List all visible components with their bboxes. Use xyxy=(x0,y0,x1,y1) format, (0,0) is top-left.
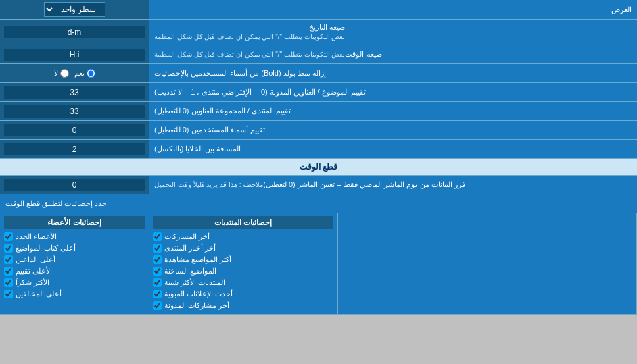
stats-members-item-1: الأعضاء الجدد xyxy=(4,231,145,242)
bold-no-radio[interactable] xyxy=(60,69,69,78)
cb-hot-topics[interactable] xyxy=(153,267,162,276)
forum-order-row: تقييم المنتدى / المجموعة العناوين (0 للت… xyxy=(0,102,637,121)
cb-most-thanked[interactable] xyxy=(4,278,13,287)
cb-last-blog-posts[interactable] xyxy=(153,301,162,310)
forum-order-input-wrapper[interactable] xyxy=(0,102,149,120)
topic-order-input-wrapper[interactable] xyxy=(0,83,149,101)
stats-columns: إحصائيات المنتديات أخر المشاركات أخر أخب… xyxy=(0,213,637,315)
users-order-label: تقييم أسماء المستخدمين (0 للتعطيل) xyxy=(149,121,637,139)
stats-members-item-2: أعلى كتاب المواضيع xyxy=(4,242,145,254)
cell-distance-input-wrapper[interactable] xyxy=(0,140,149,158)
users-order-input-wrapper[interactable] xyxy=(0,121,149,139)
stats-forums-item-3: أكثر المواضيع مشاهدة xyxy=(153,254,333,265)
cb-last-news[interactable] xyxy=(153,244,162,253)
stats-apply-label: حدد إحصائيات لتطبيق قطع الوقت xyxy=(0,194,637,213)
stats-members-item-4: الأعلى تقييم xyxy=(4,265,145,277)
stats-members-header: إحصائيات الأعضاء xyxy=(4,216,145,229)
stats-apply-text: حدد إحصائيات لتطبيق قطع الوقت xyxy=(5,199,107,208)
date-format-input-wrapper[interactable] xyxy=(0,20,149,45)
time-format-input[interactable] xyxy=(4,49,145,61)
cb-top-posters[interactable] xyxy=(4,244,13,253)
topic-order-label: تقييم الموضوع / العناوين المدونة (0 -- ا… xyxy=(149,83,637,101)
bold-remove-label: إزالة نمط بولد (Bold) من أسماء المستخدمي… xyxy=(149,64,637,82)
time-format-sub: بعض التكوينات يتطلب "/" التي يمكن ان تضا… xyxy=(154,50,345,59)
date-format-sub: بعض التكوينات يتطلب "/" التي يمكن ان تضا… xyxy=(154,32,345,42)
cb-top-violators[interactable] xyxy=(4,290,13,298)
bold-no-label[interactable]: لا xyxy=(54,69,69,78)
cutoff-input[interactable] xyxy=(4,179,145,191)
time-format-row: صيغة الوقتبعض التكوينات يتطلب "/" التي ي… xyxy=(0,45,637,64)
cell-distance-row: المسافة بين الخلايا (بالبكسل) xyxy=(0,140,637,159)
cutoff-sublabel: ملاحظة : هذا قد يزيد قليلاً وقت التحميل xyxy=(154,180,263,190)
stats-apply-row: حدد إحصائيات لتطبيق قطع الوقت xyxy=(0,194,637,213)
cb-new-members[interactable] xyxy=(4,232,13,241)
cutoff-label: فرز البيانات من يوم الماشر الماضي فقط --… xyxy=(149,176,637,194)
topic-order-input[interactable] xyxy=(4,86,145,99)
stats-forums-item-7: أخر مشاركات المدونة xyxy=(153,300,333,311)
cell-distance-input[interactable] xyxy=(4,143,145,155)
cell-distance-label: المسافة بين الخلايا (بالبكسل) xyxy=(149,140,637,158)
date-format-input[interactable] xyxy=(4,26,145,38)
time-format-label: صيغة الوقتبعض التكوينات يتطلب "/" التي ي… xyxy=(149,45,637,63)
stats-forums-item-5: المنتديات الأكثر شبية xyxy=(153,277,333,288)
stats-members-item-3: أعلى الداعين xyxy=(4,254,145,265)
bold-radio-group: نعم لا xyxy=(54,69,95,78)
topic-order-row: تقييم الموضوع / العناوين المدونة (0 -- ا… xyxy=(0,83,637,102)
bold-remove-radio-wrapper: نعم لا xyxy=(0,64,149,82)
users-order-row: تقييم أسماء المستخدمين (0 للتعطيل) xyxy=(0,121,637,140)
stats-col-members: إحصائيات الأعضاء الأعضاء الجدد أعلى كتاب… xyxy=(0,213,149,314)
users-order-input[interactable] xyxy=(4,124,145,136)
stats-forums-header: إحصائيات المنتديات xyxy=(153,216,333,229)
cb-last-posts[interactable] xyxy=(153,232,162,241)
display-select[interactable]: سطر واحد سطرين ثلاثة أسطر xyxy=(44,2,105,17)
forum-order-input[interactable] xyxy=(4,105,145,118)
cb-top-rated[interactable] xyxy=(4,267,13,276)
stats-forums-item-1: أخر المشاركات xyxy=(153,231,333,242)
stats-members-item-5: الأكثر شكراً xyxy=(4,277,145,288)
cutoff-row: فرز البيانات من يوم الماشر الماضي فقط --… xyxy=(0,176,637,194)
date-format-label: صيغة التاريخبعض التكوينات يتطلب "/" التي… xyxy=(149,20,637,45)
stats-forums-item-4: المواضيع الساخنة xyxy=(153,265,333,277)
display-row: العرض سطر واحد سطرين ثلاثة أسطر xyxy=(0,0,637,20)
cb-most-popular-forums[interactable] xyxy=(153,278,162,287)
cb-latest-classifieds[interactable] xyxy=(153,290,162,298)
stats-members-item-6: أعلى المخالفين xyxy=(4,288,145,300)
bold-yes-radio[interactable] xyxy=(87,69,95,78)
cutoff-title: قطع الوقت xyxy=(300,162,337,172)
forum-order-label: تقييم المنتدى / المجموعة العناوين (0 للت… xyxy=(149,102,637,120)
display-label: العرض xyxy=(149,3,637,17)
stats-col-forums: إحصائيات المنتديات أخر المشاركات أخر أخب… xyxy=(149,213,338,314)
display-select-wrapper[interactable]: سطر واحد سطرين ثلاثة أسطر xyxy=(0,0,149,19)
cb-most-viewed[interactable] xyxy=(153,255,162,264)
stats-forums-item-6: أحدث الإعلانات المبوية xyxy=(153,288,333,300)
stats-left-area xyxy=(338,213,637,314)
bold-yes-label[interactable]: نعم xyxy=(74,69,95,78)
cutoff-section-header: قطع الوقت xyxy=(0,159,637,176)
time-format-input-wrapper[interactable] xyxy=(0,45,149,63)
cutoff-input-wrapper[interactable] xyxy=(0,176,149,194)
date-format-row: صيغة التاريخبعض التكوينات يتطلب "/" التي… xyxy=(0,20,637,45)
bold-remove-row: إزالة نمط بولد (Bold) من أسماء المستخدمي… xyxy=(0,64,637,83)
date-format-main: صيغة التاريخبعض التكوينات يتطلب "/" التي… xyxy=(154,22,345,42)
cb-top-inviters[interactable] xyxy=(4,255,13,264)
stats-forums-item-2: أخر أخبار المنتدى xyxy=(153,242,333,254)
